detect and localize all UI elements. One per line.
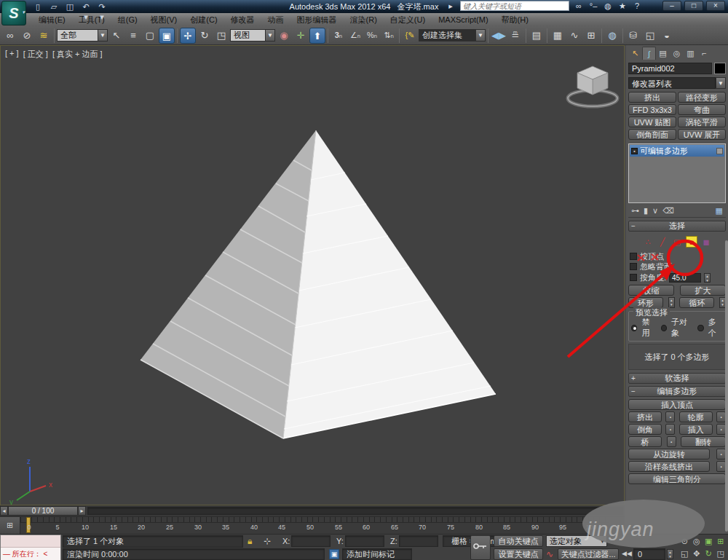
communication-center-icon[interactable]: ◍: [603, 1, 613, 11]
set-keys-button[interactable]: [470, 535, 491, 560]
menu-rendering[interactable]: 渲染(R): [344, 13, 384, 26]
pan-hand-icon[interactable]: ✥: [691, 548, 703, 560]
selection-filter-dropdown[interactable]: 全部▼: [57, 29, 108, 42]
y-coordinate-field[interactable]: [345, 535, 384, 547]
bevel-settings-icon[interactable]: ▪: [665, 424, 675, 435]
path-deform-button[interactable]: 路径变形: [678, 92, 726, 103]
time-forward-arrow[interactable]: ▸: [78, 506, 86, 516]
angle-value-field[interactable]: 45.0: [669, 273, 701, 283]
extrude-modifier-button[interactable]: 挤出: [628, 92, 676, 103]
undo-icon[interactable]: ↶ ▾: [80, 1, 92, 12]
menu-animation[interactable]: 动画: [261, 13, 290, 26]
ring-button[interactable]: 环形: [628, 297, 663, 308]
window-crossing-toggle-icon[interactable]: ▣: [159, 28, 175, 44]
layer-manager-icon[interactable]: ▤: [529, 28, 545, 44]
redo-icon[interactable]: ↷ ▾: [96, 1, 108, 12]
zoom-extents-icon[interactable]: ▣: [703, 535, 715, 548]
bridge-settings-icon[interactable]: ▪: [667, 436, 676, 447]
app-logo[interactable]: S▾: [1, 1, 26, 25]
menu-group[interactable]: 组(G): [111, 13, 144, 26]
rendered-frame-window-icon[interactable]: ◱: [642, 28, 658, 44]
key-filters-button[interactable]: 关键点过滤器...: [558, 548, 619, 560]
named-selection-set-dropdown[interactable]: 创建选择集▼: [419, 29, 486, 42]
object-name-field[interactable]: Pyramid002: [628, 63, 712, 74]
by-vertex-checkbox[interactable]: [630, 253, 637, 260]
zoom-extents-all-icon[interactable]: ⊞: [715, 535, 727, 548]
tab-motion-icon[interactable]: ◎: [670, 47, 684, 60]
uvw-unwrap-button[interactable]: UVW 展开: [678, 129, 726, 140]
help-icon[interactable]: ?: [632, 1, 642, 10]
object-color-swatch[interactable]: [714, 63, 726, 74]
menu-edit[interactable]: 编辑(E): [32, 13, 72, 26]
tab-hierarchy-icon[interactable]: ▤: [656, 47, 670, 60]
menu-tools[interactable]: 工具(T): [72, 13, 111, 26]
viewport-shading-menu[interactable]: [ 真实 + 边面 ]: [52, 49, 103, 60]
favorites-star-icon[interactable]: ★: [617, 1, 628, 11]
select-object-icon[interactable]: ↖: [108, 28, 124, 44]
insert-vertex-button[interactable]: 插入顶点: [628, 399, 726, 410]
menu-create[interactable]: 创建(C): [183, 13, 223, 26]
save-file-icon[interactable]: ◫: [64, 1, 76, 12]
bevel-profile-button[interactable]: 倒角剖面: [628, 129, 676, 140]
viewport-view-menu[interactable]: [ 正交 ]: [23, 49, 48, 60]
current-frame-field[interactable]: 0: [633, 548, 665, 560]
graphite-tools-icon[interactable]: ▦: [550, 28, 566, 44]
subscription-key-icon[interactable]: °–: [588, 1, 598, 10]
preview-subobject-radio[interactable]: [661, 325, 667, 331]
minimize-button[interactable]: –: [662, 1, 681, 11]
rollout-soft-selection-header[interactable]: + 软选择: [628, 373, 726, 384]
menu-graph-editors[interactable]: 图形编辑器: [290, 13, 344, 26]
angle-snap-icon[interactable]: ∠ₙ: [347, 28, 363, 44]
render-setup-icon[interactable]: ⛁: [625, 28, 641, 44]
menu-views[interactable]: 视图(V): [144, 13, 184, 26]
tab-create-icon[interactable]: ↖: [628, 47, 642, 60]
angle-spinner[interactable]: ▴▾: [704, 273, 711, 283]
time-back-arrow[interactable]: ◂: [0, 506, 8, 516]
selection-lock-icon[interactable]: 🔒︎: [248, 536, 252, 546]
new-file-icon[interactable]: ▯: [32, 1, 44, 12]
extrude-along-spline-button[interactable]: 沿样条线挤出: [628, 461, 710, 472]
preview-multiple-radio[interactable]: [697, 325, 703, 331]
select-and-rotate-icon[interactable]: ↻: [197, 28, 213, 44]
viewport[interactable]: [ + ] [ 正交 ] [ 真实 + 边面 ]: [0, 45, 625, 505]
edit-triangulation-button[interactable]: 编辑三角剖分: [628, 473, 726, 484]
search-box[interactable]: [460, 1, 569, 11]
z-coordinate-field[interactable]: [399, 535, 438, 547]
viewport-canvas[interactable]: z x y: [1, 46, 624, 505]
bend-button[interactable]: 弯曲: [678, 104, 726, 115]
render-production-icon[interactable]: ◒: [659, 28, 675, 44]
outline-button[interactable]: 轮廓: [679, 411, 713, 422]
zoom-icon[interactable]: ⊙: [678, 535, 691, 548]
keyboard-shortcut-override-icon[interactable]: ⬆: [309, 28, 325, 44]
turbosmooth-button[interactable]: 涡轮平滑: [678, 117, 726, 127]
make-unique-icon[interactable]: ∨: [652, 206, 658, 216]
align-icon[interactable]: ≞: [507, 28, 523, 44]
hinge-from-edge-button[interactable]: 从边旋转: [628, 449, 710, 460]
panel-scrollbar[interactable]: [725, 240, 728, 532]
set-key-button[interactable]: 设置关键点: [494, 548, 543, 560]
select-and-manipulate-icon[interactable]: ✛: [293, 28, 309, 44]
use-pivot-center-icon[interactable]: ◉: [276, 28, 292, 44]
percent-snap-icon[interactable]: %ₙ: [364, 28, 380, 44]
maximize-button[interactable]: □: [684, 1, 703, 11]
unlink-selection-icon[interactable]: ⊘: [19, 28, 35, 44]
auto-key-button[interactable]: 自动关键点: [494, 535, 543, 547]
grow-button[interactable]: 扩大: [680, 285, 726, 296]
select-by-name-icon[interactable]: ≡: [125, 28, 141, 44]
stack-item-editable-poly[interactable]: ▪ 可编辑多边形: [630, 145, 724, 157]
mirror-icon[interactable]: ◀▶: [491, 28, 507, 44]
configure-modifier-sets-icon[interactable]: ▦: [716, 206, 723, 216]
edit-named-selection-sets-icon[interactable]: {✎: [402, 28, 418, 44]
inset-button[interactable]: 插入: [679, 424, 713, 435]
menu-help[interactable]: 帮助(H): [495, 13, 535, 26]
open-file-icon[interactable]: ▱: [48, 1, 60, 12]
edge-subobject-icon[interactable]: ╱: [657, 236, 668, 248]
menu-modifiers[interactable]: 修改器: [224, 13, 261, 26]
search-flyout-icon[interactable]: ▸: [446, 1, 456, 11]
maximize-viewport-icon[interactable]: ◳: [715, 548, 727, 560]
curve-editor-icon[interactable]: ∿: [566, 28, 582, 44]
search-input[interactable]: [463, 2, 566, 10]
extrude-button[interactable]: 挤出: [628, 411, 662, 422]
menu-customize[interactable]: 自定义(U): [384, 13, 432, 26]
track-bar-ruler[interactable]: 0 5 10 15 20 25 30 35 40 45 50 55 60 65 …: [20, 517, 609, 535]
